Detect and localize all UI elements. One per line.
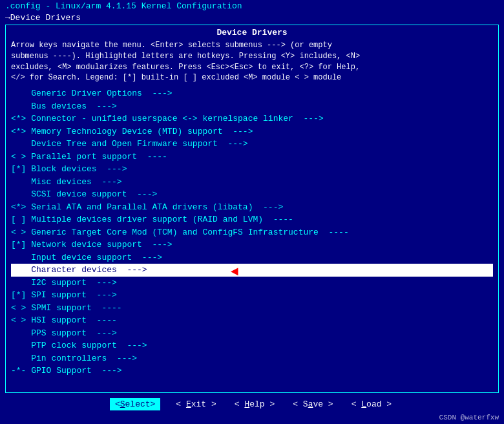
help-button[interactable]: < Help >: [232, 398, 277, 410]
help-line3: excludes, <M> modularizes features. Pres…: [11, 63, 360, 72]
breadcrumb: →Device Drivers: [0, 12, 504, 23]
help-line4: </> for Search. Legend: [*] built-in [ ]…: [11, 73, 341, 82]
help-line2: submenus ----). Highlighted letters are …: [11, 52, 360, 61]
list-item[interactable]: Bus devices --->: [11, 100, 493, 113]
panel-title: Device Drivers: [11, 28, 493, 37]
list-item[interactable]: <*> Serial ATA and Parallel ATA drivers …: [11, 201, 493, 214]
breadcrumb-text: →Device Drivers: [5, 13, 81, 23]
load-button[interactable]: < Load >: [349, 398, 394, 410]
list-item[interactable]: [*] Network device support --->: [11, 238, 493, 251]
main-panel: Device Drivers Arrow keys navigate the m…: [5, 25, 499, 393]
title-bar: .config - Linux/arm 4.1.15 Kernel Config…: [0, 0, 504, 12]
list-item[interactable]: < > Generic Target Core Mod (TCM) and Co…: [11, 226, 493, 239]
list-item[interactable]: <*> Connector - unified userspace <-> ke…: [11, 112, 493, 125]
list-item[interactable]: Device Tree and Open Firmware support --…: [11, 138, 493, 151]
save-button[interactable]: < Save >: [290, 398, 335, 410]
terminal: .config - Linux/arm 4.1.15 Kernel Config…: [0, 0, 504, 424]
bottom-bar: <Select> < Exit > < Help > < Save > < Lo…: [0, 394, 504, 412]
list-item[interactable]: < > Parallel port support ----: [11, 151, 493, 164]
exit-button[interactable]: < Exit >: [173, 398, 218, 410]
list-item[interactable]: Misc devices --->: [11, 176, 493, 189]
title-text: .config - Linux/arm 4.1.15 Kernel Config…: [5, 1, 242, 11]
character-devices-item[interactable]: Character devices --->◄: [11, 264, 493, 277]
list-item[interactable]: <*> Memory Technology Device (MTD) suppo…: [11, 125, 493, 138]
list-item[interactable]: SCSI device support --->: [11, 188, 493, 201]
list-item[interactable]: [*] Block devices --->: [11, 163, 493, 176]
list-item[interactable]: I2C support --->: [11, 277, 493, 290]
list-item[interactable]: [ ] Multiple devices driver support (RAI…: [11, 213, 493, 226]
help-line1: Arrow keys navigate the menu. <Enter> se…: [11, 41, 332, 50]
select-button[interactable]: <Select>: [110, 398, 160, 410]
list-item[interactable]: Input device support --->: [11, 251, 493, 264]
list-item[interactable]: [*] SPI support --->: [11, 289, 493, 302]
menu-area: Generic Driver Options ---> Bus devices …: [11, 87, 493, 378]
list-item-scroll: ↓(+): [11, 377, 493, 379]
list-item[interactable]: -*- GPIO Support --->: [11, 365, 493, 377]
list-item[interactable]: Pin controllers --->: [11, 352, 493, 365]
watermark: CSDN @waterfxw: [439, 414, 499, 421]
list-item[interactable]: < > SPMI support ----: [11, 302, 493, 315]
list-item[interactable]: PTP clock support --->: [11, 339, 493, 352]
list-item[interactable]: < > HSI support ----: [11, 314, 493, 327]
list-item[interactable]: Generic Driver Options --->: [11, 87, 493, 100]
help-text: Arrow keys navigate the menu. <Enter> se…: [11, 40, 493, 83]
list-item[interactable]: PPS support --->: [11, 327, 493, 340]
